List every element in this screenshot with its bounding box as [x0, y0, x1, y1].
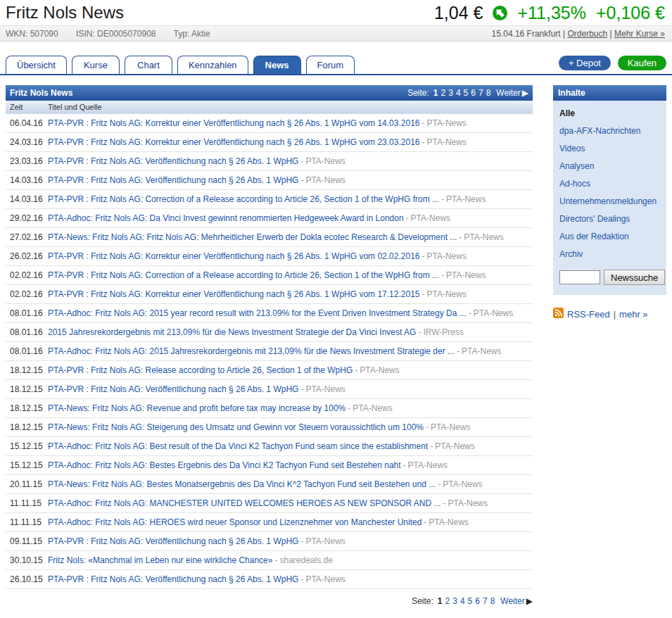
news-title-link[interactable]: PTA-PVR : Fritz Nols AG: Veröffentlichun…: [48, 156, 298, 166]
mehr-kurse-link[interactable]: Mehr Kurse »: [614, 29, 665, 39]
source-separator: -: [421, 251, 424, 261]
page-link-8[interactable]: 8: [490, 596, 495, 606]
source-separator: -: [300, 536, 303, 546]
page-link-5[interactable]: 5: [468, 596, 473, 606]
news-title-link[interactable]: PTA-Adhoc: Fritz Nols AG: 2015 Jahresrek…: [48, 346, 455, 356]
sidebar-item-analysen[interactable]: Analysen: [559, 158, 660, 175]
orderbuch-link[interactable]: Orderbuch: [567, 29, 607, 39]
rss-mehr-link[interactable]: mehr »: [619, 309, 647, 320]
up-arrow-circle-icon: [493, 6, 507, 20]
page-link-7[interactable]: 7: [478, 88, 483, 98]
sidebar-item-alle[interactable]: Alle: [559, 105, 660, 122]
news-title-link[interactable]: PTA-News: Fritz Nols AG: Steigerung des …: [48, 422, 424, 432]
pagination-next-link[interactable]: Weiter ▶: [500, 596, 533, 606]
pagination-next-link[interactable]: Weiter ▶: [496, 88, 528, 98]
news-search-input[interactable]: [559, 270, 600, 284]
news-title-link[interactable]: PTA-PVR : Fritz Nols AG: Korrektur einer…: [48, 289, 419, 299]
news-title-link[interactable]: PTA-PVR : Fritz Nols AG: Correction of a…: [48, 270, 439, 280]
news-title-link[interactable]: PTA-Adhoc: Fritz Nols AG: 2015 year reco…: [48, 308, 467, 318]
source-separator: -: [438, 479, 440, 489]
sidebar-item-aus-der-redaktion[interactable]: Aus der Redaktion: [559, 228, 660, 246]
page-link-6[interactable]: 6: [475, 596, 480, 606]
news-date: 26.10.15: [6, 574, 48, 584]
tab-news[interactable]: News: [253, 56, 301, 74]
news-title-link[interactable]: PTA-Adhoc: Fritz Nols AG: Bestes Ergebni…: [48, 460, 401, 470]
news-date: 29.02.16: [6, 213, 48, 223]
source-separator: -: [441, 270, 444, 280]
news-title-link[interactable]: PTA-PVR : Fritz Nols AG: Korrektur einer…: [48, 118, 419, 128]
news-title-link[interactable]: PTA-PVR : Fritz Nols AG: Korrektur einer…: [48, 251, 419, 261]
news-title-link[interactable]: PTA-PVR : Fritz Nols AG: Veröffentlichun…: [48, 175, 298, 185]
news-title-link[interactable]: PTA-PVR : Fritz Nols AG: Veröffentlichun…: [48, 384, 298, 394]
divider: |: [563, 29, 565, 39]
wkn-label: WKN: 507090: [6, 29, 58, 39]
next-label: Weiter: [496, 88, 520, 98]
page-link-2[interactable]: 2: [445, 596, 450, 606]
sidebar-item-videos[interactable]: Videos: [559, 140, 660, 158]
news-title-link[interactable]: PTA-Adhoc: Fritz Nols AG: HEROES wird ne…: [48, 517, 421, 527]
add-depot-button[interactable]: + Depot: [559, 56, 611, 70]
news-source: PTA-News: [411, 213, 450, 223]
page-link-7[interactable]: 7: [483, 596, 488, 606]
pagination-top: Seite: 12345678 Weiter ▶: [407, 88, 528, 98]
news-date: 24.03.16: [6, 137, 48, 147]
news-title-link[interactable]: PTA-Adhoc: Fritz Nols AG: Da Vinci Inves…: [48, 213, 404, 223]
sidebar-item-directors-dealings[interactable]: Directors' Dealings: [559, 210, 660, 228]
instrument-meta: WKN: 507090 ISIN: DE0005070908 Typ: Akti…: [6, 29, 226, 39]
page-link-8[interactable]: 8: [486, 88, 491, 98]
page-link-6[interactable]: 6: [471, 88, 476, 98]
sidebar-item-archiv[interactable]: Archiv: [559, 246, 660, 263]
news-title-link[interactable]: PTA-PVR : Fritz Nols AG: Korrektur einer…: [48, 137, 419, 147]
news-search-button[interactable]: Newssuche: [604, 270, 665, 285]
source-separator: -: [426, 422, 429, 432]
news-date: 23.03.16: [6, 156, 48, 166]
news-title-link[interactable]: PTA-Adhoc: Fritz Nols AG: Best result of…: [48, 441, 428, 451]
tab-chart[interactable]: Chart: [125, 56, 172, 74]
source-separator: -: [348, 403, 350, 413]
sidebar-item-unternehmensmeldungen[interactable]: Unternehmensmeldungen: [559, 193, 660, 210]
buy-button[interactable]: Kaufen: [618, 56, 666, 70]
source-separator: -: [424, 517, 426, 527]
news-list: 06.04.16 PTA-PVR : Fritz Nols AG: Korrek…: [6, 114, 533, 589]
tab-forum[interactable]: Forum: [306, 56, 355, 74]
page-link-3[interactable]: 3: [452, 596, 457, 606]
rss-feed-link[interactable]: RSS-Feed: [567, 309, 610, 320]
tab-kennzahlen[interactable]: Kennzahlen: [177, 56, 248, 74]
news-date: 18.12.15: [6, 384, 48, 394]
news-row: 18.12.15 PTA-News: Fritz Nols AG: Revenu…: [6, 399, 533, 418]
news-title-link[interactable]: PTA-PVR : Fritz Nols AG: Veröffentlichun…: [48, 536, 298, 546]
news-title-link[interactable]: PTA-PVR : Fritz Nols AG: Correction of a…: [48, 194, 439, 204]
news-date: 26.02.16: [6, 251, 48, 261]
news-date: 08.01.16: [6, 308, 48, 318]
news-row: 18.12.15 PTA-PVR : Fritz Nols AG: Releas…: [6, 361, 533, 380]
news-title-link[interactable]: Fritz Nols: «Manchmal im Leben nur eine …: [48, 555, 272, 565]
tab-kurse[interactable]: Kurse: [72, 56, 120, 74]
page-link-5[interactable]: 5: [464, 88, 469, 98]
news-title-link[interactable]: PTA-PVR : Fritz Nols AG: Release accordi…: [48, 365, 353, 375]
page-link-3[interactable]: 3: [448, 88, 453, 98]
news-row: 06.04.16 PTA-PVR : Fritz Nols AG: Korrek…: [6, 114, 533, 133]
news-source: PTA-News: [305, 574, 345, 584]
page-link-4[interactable]: 4: [460, 596, 465, 606]
news-panel-title: Fritz Nols News: [10, 88, 72, 98]
source-separator: -: [421, 289, 424, 299]
change-percent: +11,35%: [517, 3, 586, 23]
news-source: IRW-Press: [423, 327, 464, 337]
sidebar-title: Inhalte: [553, 85, 666, 101]
sidebar-item-ad-hocs[interactable]: Ad-hocs: [559, 175, 660, 193]
news-title-link[interactable]: PTA-News: Fritz Nols AG: Fritz Nols AG: …: [48, 232, 457, 242]
news-row: 24.03.16 PTA-PVR : Fritz Nols AG: Korrek…: [6, 133, 533, 152]
page-link-1[interactable]: 1: [438, 596, 443, 606]
page-link-2[interactable]: 2: [441, 88, 446, 98]
news-row: 15.12.15 PTA-Adhoc: Fritz Nols AG: Beste…: [6, 456, 533, 475]
news-title-link[interactable]: PTA-PVR : Fritz Nols AG: Veröffentlichun…: [48, 574, 298, 584]
news-date: 11.11.15: [6, 498, 48, 508]
tab--bersicht[interactable]: Übersicht: [6, 56, 67, 74]
news-title-link[interactable]: PTA-News: Fritz Nols AG: Revenue and pro…: [48, 403, 345, 413]
news-title-link[interactable]: PTA-News: Fritz Nols AG: Bestes Monatser…: [48, 479, 436, 489]
page-link-4[interactable]: 4: [456, 88, 461, 98]
sidebar-item-dpa-afx-nachrichten[interactable]: dpa-AFX-Nachrichten: [559, 122, 660, 140]
news-title-link[interactable]: PTA-Adhoc: Fritz Nols AG: MANCHESTER UNI…: [48, 498, 441, 508]
page-link-1[interactable]: 1: [433, 88, 438, 98]
news-title-link[interactable]: 2015 Jahresrekordergebnis mit 213,09% fü…: [48, 327, 416, 337]
